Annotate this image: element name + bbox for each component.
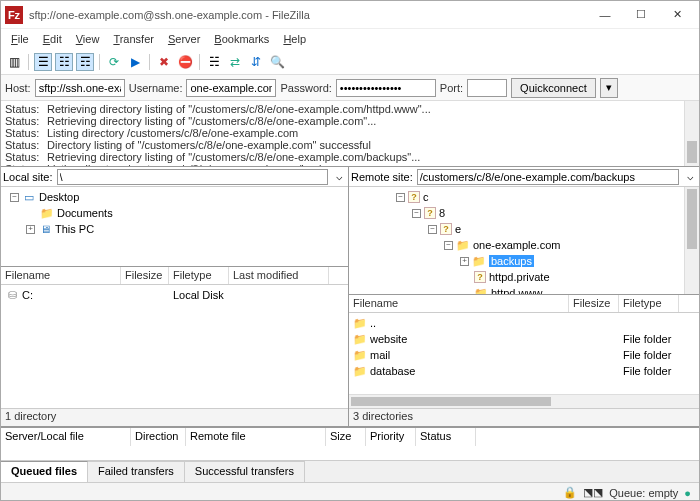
queue-pane: Server/Local fileDirectionRemote fileSiz… — [1, 427, 699, 482]
list-item[interactable]: 📁databaseFile folder — [349, 363, 699, 379]
tree-node[interactable]: −?c — [353, 189, 695, 205]
menu-bookmarks[interactable]: Bookmarks — [208, 31, 275, 47]
log-scrollbar[interactable] — [684, 101, 699, 166]
toggle-queue-icon[interactable]: ☶ — [76, 53, 94, 71]
column-header[interactable]: Filename — [349, 295, 569, 312]
column-header[interactable]: Remote file — [186, 428, 326, 446]
list-item[interactable]: ⛁C:Local Disk — [1, 287, 348, 303]
remote-site-dropdown[interactable]: ⌵ — [683, 170, 697, 183]
log-line: Status:Listing directory /customers/c/8/… — [5, 127, 695, 139]
tree-node[interactable]: +🖥This PC — [5, 221, 344, 237]
column-header[interactable]: Priority — [366, 428, 416, 446]
column-header[interactable]: Filesize — [121, 267, 169, 284]
disconnect-icon[interactable]: ⛔ — [176, 53, 194, 71]
log-line: Status:Retrieving directory listing of "… — [5, 151, 695, 163]
browser-split: Local site: ⌵ −▭Desktop📁Documents+🖥This … — [1, 167, 699, 427]
expander-icon[interactable]: − — [444, 241, 453, 250]
queue-tab[interactable]: Queued files — [1, 461, 88, 482]
tree-node[interactable]: 📁httpd.www — [353, 285, 695, 295]
menu-view[interactable]: View — [70, 31, 106, 47]
toggle-log-icon[interactable]: ☰ — [34, 53, 52, 71]
queue-tabs: Queued filesFailed transfersSuccessful t… — [1, 460, 699, 482]
list-item[interactable]: 📁.. — [349, 315, 699, 331]
process-queue-icon[interactable]: ▶ — [126, 53, 144, 71]
remote-site-bar: Remote site: ⌵ — [349, 167, 699, 187]
remote-site-input[interactable] — [417, 169, 679, 185]
cancel-icon[interactable]: ✖ — [155, 53, 173, 71]
lock-icon: 🔒 — [563, 486, 577, 499]
search-icon[interactable]: 🔍 — [268, 53, 286, 71]
column-header[interactable]: Status — [416, 428, 476, 446]
column-header[interactable]: Size — [326, 428, 366, 446]
queue-tab[interactable]: Failed transfers — [88, 461, 185, 482]
local-file-list[interactable]: ⛁C:Local Disk — [1, 285, 348, 408]
column-header[interactable]: Filesize — [569, 295, 619, 312]
toggle-tree-icon[interactable]: ☷ — [55, 53, 73, 71]
expander-icon[interactable]: + — [26, 225, 35, 234]
column-header[interactable]: Filename — [1, 267, 121, 284]
quickconnect-label: Quickconnect — [520, 82, 587, 94]
tree-node[interactable]: −?8 — [353, 205, 695, 221]
log-line: Status:Directory listing of "/customers/… — [5, 139, 695, 151]
column-header[interactable]: Server/Local file — [1, 428, 131, 446]
close-button[interactable]: ✕ — [659, 4, 695, 26]
quickconnect-button[interactable]: Quickconnect — [511, 78, 596, 98]
remote-site-label: Remote site: — [351, 171, 413, 183]
port-input[interactable] — [467, 79, 507, 97]
local-status: 1 directory — [1, 408, 348, 426]
filter-icon[interactable]: ☵ — [205, 53, 223, 71]
local-site-input[interactable] — [57, 169, 328, 185]
sitemanager-icon[interactable]: ▥ — [5, 53, 23, 71]
log-line: Status:Listing directory /customers/c/8/… — [5, 163, 695, 167]
refresh-icon[interactable]: ⟳ — [105, 53, 123, 71]
menu-file[interactable]: File — [5, 31, 35, 47]
tree-node[interactable]: −?e — [353, 221, 695, 237]
expander-icon[interactable]: − — [396, 193, 405, 202]
local-list-header: FilenameFilesizeFiletypeLast modified — [1, 267, 348, 285]
list-item[interactable]: 📁websiteFile folder — [349, 331, 699, 347]
column-header[interactable]: Last modified — [229, 267, 329, 284]
menu-edit[interactable]: Edit — [37, 31, 68, 47]
tree-node[interactable]: +📁backups — [353, 253, 695, 269]
remote-file-list[interactable]: 📁..📁websiteFile folder📁mailFile folder📁d… — [349, 313, 699, 394]
menu-help[interactable]: Help — [277, 31, 312, 47]
tree-node[interactable]: 📁Documents — [5, 205, 344, 221]
column-header[interactable]: Filetype — [619, 295, 679, 312]
password-input[interactable] — [336, 79, 436, 97]
port-label: Port: — [440, 82, 463, 94]
column-header[interactable]: Filetype — [169, 267, 229, 284]
sync-browse-icon[interactable]: ⇵ — [247, 53, 265, 71]
quickconnect-bar: Host: Username: Password: Port: Quickcon… — [1, 75, 699, 101]
remote-status: 3 directories — [349, 408, 699, 426]
remote-tree-scrollbar[interactable] — [684, 187, 699, 294]
username-label: Username: — [129, 82, 183, 94]
expander-icon[interactable]: − — [10, 193, 19, 202]
queue-body[interactable] — [1, 446, 699, 460]
minimize-button[interactable]: — — [587, 4, 623, 26]
tree-node[interactable]: ?httpd.private — [353, 269, 695, 285]
local-tree[interactable]: −▭Desktop📁Documents+🖥This PC — [1, 187, 348, 267]
compare-icon[interactable]: ⇄ — [226, 53, 244, 71]
local-pane: Local site: ⌵ −▭Desktop📁Documents+🖥This … — [1, 167, 349, 426]
remote-list-header: FilenameFilesizeFiletype — [349, 295, 699, 313]
menu-transfer[interactable]: Transfer — [107, 31, 160, 47]
list-item[interactable]: 📁mailFile folder — [349, 347, 699, 363]
host-input[interactable] — [35, 79, 125, 97]
expander-icon[interactable]: + — [460, 257, 469, 266]
queue-tab[interactable]: Successful transfers — [185, 461, 305, 482]
local-site-dropdown[interactable]: ⌵ — [332, 170, 346, 183]
separator — [28, 54, 29, 70]
expander-icon[interactable]: − — [428, 225, 437, 234]
menu-server[interactable]: Server — [162, 31, 206, 47]
username-input[interactable] — [186, 79, 276, 97]
column-header[interactable]: Direction — [131, 428, 186, 446]
quickconnect-dropdown[interactable]: ▾ — [600, 78, 618, 98]
remote-tree[interactable]: −?c −?8−?e−📁one-example.com+📁backups?htt… — [349, 187, 699, 295]
remote-list-hscroll[interactable] — [349, 394, 699, 408]
tree-node[interactable]: −▭Desktop — [5, 189, 344, 205]
queue-status: Queue: empty — [609, 487, 678, 499]
menu-bar: FileEditViewTransferServerBookmarksHelp — [1, 29, 699, 49]
maximize-button[interactable]: ☐ — [623, 4, 659, 26]
tree-node[interactable]: −📁one-example.com — [353, 237, 695, 253]
expander-icon[interactable]: − — [412, 209, 421, 218]
